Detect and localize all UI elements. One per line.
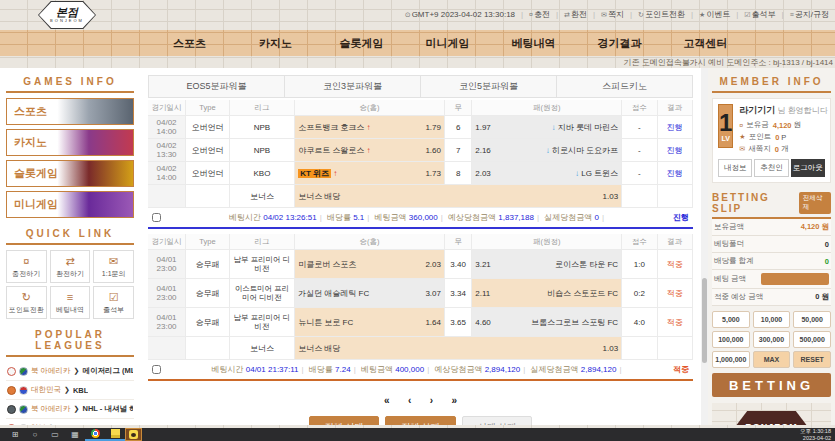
away-odds: 2.11 [475,289,490,298]
deposit-icon: ¤ [7,255,46,267]
topbar-link-message[interactable]: ✉쪽지 [601,9,624,20]
status-badge: 적중 [658,308,693,336]
home-team: 미클로버 스포츠 [298,259,356,270]
task-view-icon[interactable]: ▭ [45,428,65,441]
home-odds: 2.03 [425,260,441,269]
nav-support[interactable]: 고객센터 [663,36,749,51]
amount-50000-button[interactable]: 50,000 [793,311,831,328]
betting-button[interactable]: BETTING [712,373,831,397]
next-page-button[interactable]: › [423,395,440,406]
slip-summary-text: 베팅시간 04/01 21:37:11| 배당률 7.24| 베팅금액 400,… [167,364,669,375]
quick-attendance-button[interactable]: ☑출석부 [93,286,134,319]
score: 1:0 [622,250,657,278]
match-type: 오버언더 [186,139,230,161]
topbar-link-attendance[interactable]: ☑출석부 [744,9,775,20]
nav-slots[interactable]: 슬롯게임 [319,36,405,51]
prev-page-button[interactable]: ‹ [401,395,418,406]
home-odds: 3.07 [425,289,441,298]
logout-button[interactable]: 로그아웃 [791,159,825,177]
draw-odds: 3.34 [445,279,472,307]
windows-taskbar: ⊞ ○ ▭ ▦ 오후 1:30:18 2023-04-02 [0,428,835,441]
match-date: 04/01 23:00 [148,308,186,336]
league-item-mlb[interactable]: 북 아메리카 ❯ 메이저리그 (MLB) [6,362,134,381]
nav-results[interactable]: 경기결과 [577,36,663,51]
amount-100000-button[interactable]: 100,000 [712,331,750,348]
my-info-button[interactable]: 내정보 [718,159,752,177]
nav-casino[interactable]: 카지노 [233,36,319,51]
tab-coin5-powerball[interactable]: 코인5분파워볼 [421,76,557,97]
tab-eos-powerball[interactable]: EOS5분파워볼 [149,76,285,97]
start-button[interactable]: ⊞ [5,428,25,441]
calculator-icon[interactable]: ▦ [65,428,85,441]
chevron-right-icon: ❯ [49,424,55,425]
delete-selected-button[interactable]: 선택 삭제 [462,416,533,425]
search-icon[interactable]: ○ [25,428,45,441]
match-league: KBO [230,162,295,184]
quick-inquiry-button[interactable]: ✉1:1문의 [93,250,134,283]
amount-500000-button[interactable]: 500,000 [793,331,831,348]
delete-all-button[interactable]: 전체 삭제 [385,416,456,425]
nav-minigame[interactable]: 미니게임 [405,36,491,51]
slip-select-checkbox[interactable] [152,213,161,222]
referrer-button[interactable]: 추천인 [754,159,788,177]
match-type: 승무패 [186,279,230,307]
slip-status: 진행 [673,212,689,223]
sidebar-item-casino[interactable]: 카지노 [6,129,134,156]
tab-coin3-powerball[interactable]: 코인3분파워볼 [285,76,421,97]
attendance-icon: ☑ [744,11,750,18]
league-item-nhl[interactable]: 북 아메리카 ❯ NHL - 내셔널 하키 리그 [6,400,134,419]
max-button[interactable]: MAX [753,351,791,368]
member-info-title: MEMBER INFO [712,70,831,93]
select-all-button[interactable]: 전체 선택 [309,416,380,425]
welcome-text: 라기기기 님 환영합니다 [739,104,827,117]
last-page-button[interactable]: » [445,395,465,406]
topbar-link-notice[interactable]: ≡공지/규정 [790,9,829,20]
home-odds: 1.79 [425,123,441,132]
sidebar-item-minigame[interactable]: 미니게임 [6,191,134,218]
amount-1000000-button[interactable]: 1,000,000 [712,351,750,368]
sidebar-item-sports[interactable]: 스포츠 [6,98,134,125]
content-scrollbar[interactable] [701,68,708,425]
site-logo-inner: 본점 BONJEOM [39,2,95,28]
slip-select-checkbox[interactable] [152,365,161,374]
korea-flag-icon [19,386,28,395]
quick-bet-history-button[interactable]: ≡베팅내역 [50,286,91,319]
home-pick-cell: KT 위즈 ↑ 1.73 [295,162,445,184]
quick-withdraw-button[interactable]: ⇄환전하기 [50,250,91,283]
topbar-link-withdraw[interactable]: ⇄환전 [564,9,587,20]
score: 0:2 [622,279,657,307]
quick-point-convert-button[interactable]: ↻포인트전환 [6,286,47,319]
home-pick-cell: 소프트뱅크 호크스 ↑ 1.79 [295,116,445,138]
nav-bet-history[interactable]: 베팅내역 [491,36,577,51]
topbar-link-deposit[interactable]: ¤충전 [529,9,550,20]
baseball-icon [7,424,16,425]
topbar-link-point-convert[interactable]: ↻포인트전환 [638,9,685,20]
main-content: EOS5분파워볼 코인3분파워볼 코인5분파워볼 스피드키노 경기일시 Type… [140,68,701,425]
domain-notice: 기존 도메인접속불가시 예비 도메인주소 : bj-1313 / bj-1414 [624,57,833,68]
domain-ad-banner[interactable]: BONJEOM CASINO 본점 평생도메인 본점도메인.com [712,403,831,425]
bet-amount-input[interactable] [761,273,829,285]
first-page-button[interactable]: « [377,395,397,406]
amount-5000-button[interactable]: 5,000 [712,311,750,328]
sidebar-item-slots[interactable]: 슬롯게임 [6,160,134,187]
site-logo[interactable]: 본점 BONJEOM [38,1,96,29]
chrome-icon[interactable] [85,428,105,441]
scrollbar-thumb[interactable] [702,278,707,363]
money-icon: ¤ [739,122,743,129]
slip-status: 적중 [673,364,689,375]
amount-300000-button[interactable]: 300,000 [753,331,791,348]
nav-sports[interactable]: 스포츠 [147,36,233,51]
quick-deposit-button[interactable]: ¤충전하기 [6,250,47,283]
topbar-link-event[interactable]: ★이벤트 [699,9,730,20]
league-item-kbl[interactable]: 대한민국 ❯ KBL [6,381,134,400]
league-item-npb[interactable]: 일본 ❯ NPB [6,419,134,425]
left-sidebar: GAMES INFO 스포츠 카지노 슬롯게임 미니게임 QUICK LINK … [0,68,140,425]
reset-button[interactable]: RESET [793,351,831,368]
clear-all-button[interactable]: 전체삭제 [799,192,831,214]
tab-speed-keno[interactable]: 스피드키노 [557,76,692,97]
sticky-notes-icon[interactable] [105,428,125,441]
point-row: ★포인트0P [739,132,827,142]
kakaotalk-icon[interactable] [125,428,142,441]
amount-10000-button[interactable]: 10,000 [753,311,791,328]
home-team: 소프트뱅크 호크스 ↑ [298,122,370,133]
